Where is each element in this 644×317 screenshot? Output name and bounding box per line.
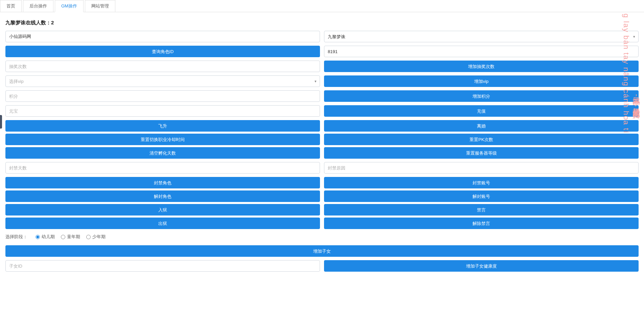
title-count: 2 (51, 20, 54, 25)
stage-radio-teen[interactable]: 少年期 (86, 234, 106, 240)
unmute-button[interactable]: 解除禁言 (324, 218, 639, 229)
stage-selector: 选择阶段： 幼儿期 童年期 少年期 (5, 234, 639, 240)
stage-radio-child-label: 童年期 (67, 234, 80, 240)
stage-radio-infant-label: 幼儿期 (42, 234, 55, 240)
gm-panel: 九黎梦诛在线人数：2 九黎梦诛 ▾ 查询角色ID 增加抽奖次数 (0, 12, 644, 279)
tab-site[interactable]: 网站管理 (85, 0, 115, 12)
divorce-button[interactable]: 离婚 (324, 120, 639, 132)
stage-radio-child[interactable]: 童年期 (61, 234, 80, 240)
draw-count-input[interactable] (5, 61, 320, 72)
mute-button[interactable]: 禁言 (324, 204, 639, 216)
reset-server-level-button[interactable]: 重置服务器等级 (324, 147, 639, 159)
clear-hatch-button[interactable]: 清空孵化天数 (5, 147, 320, 159)
stage-radio-teen-label: 少年期 (92, 234, 106, 240)
ban-reason-input[interactable] (324, 162, 639, 174)
account-input[interactable] (5, 31, 320, 42)
add-child-button[interactable]: 增加子女 (5, 245, 639, 257)
main-tabs: 首页 后台操作 GM操作 网站管理 (0, 0, 644, 12)
reset-pk-button[interactable]: 重置PK次数 (324, 134, 639, 145)
unban-role-button[interactable]: 解封角色 (5, 190, 320, 202)
points-input[interactable] (5, 90, 320, 102)
yuanbao-input[interactable] (5, 105, 320, 117)
unjail-button[interactable]: 出狱 (5, 218, 320, 229)
side-handle[interactable] (0, 115, 2, 129)
add-draw-button[interactable]: 增加抽奖次数 (324, 61, 639, 72)
stage-radio-child-input[interactable] (61, 235, 65, 239)
online-count-title: 九黎梦诛在线人数：2 (5, 20, 639, 26)
ban-account-button[interactable]: 封禁账号 (324, 177, 639, 188)
role-id-input[interactable] (324, 46, 639, 57)
title-prefix: 九黎梦诛在线人数： (5, 20, 51, 25)
stage-radio-teen-input[interactable] (86, 235, 91, 239)
server-select[interactable]: 九黎梦诛 (324, 31, 639, 42)
unban-account-button[interactable]: 解封账号 (324, 190, 639, 202)
tab-backend[interactable]: 后台操作 (23, 0, 53, 12)
tab-gm[interactable]: GM操作 (55, 0, 84, 12)
ban-days-input[interactable] (5, 162, 320, 174)
vip-select[interactable]: 选择vip (5, 75, 320, 87)
query-role-button[interactable]: 查询角色ID (5, 46, 320, 57)
tab-home[interactable]: 首页 (0, 0, 22, 12)
recharge-button[interactable]: 充值 (324, 105, 639, 117)
jail-button[interactable]: 入狱 (5, 204, 320, 216)
stage-radio-infant-input[interactable] (36, 235, 40, 239)
add-child-health-button[interactable]: 增加子女健康度 (324, 260, 639, 272)
ascend-button[interactable]: 飞升 (5, 120, 320, 132)
ban-role-button[interactable]: 封禁角色 (5, 177, 320, 188)
reset-job-cd-button[interactable]: 重置切换职业冷却时间 (5, 134, 320, 145)
child-id-input[interactable] (5, 260, 320, 272)
stage-label: 选择阶段： (5, 234, 27, 240)
add-points-button[interactable]: 增加积分 (324, 90, 639, 102)
stage-radio-infant[interactable]: 幼儿期 (36, 234, 55, 240)
add-vip-button[interactable]: 增加vip (324, 75, 639, 87)
